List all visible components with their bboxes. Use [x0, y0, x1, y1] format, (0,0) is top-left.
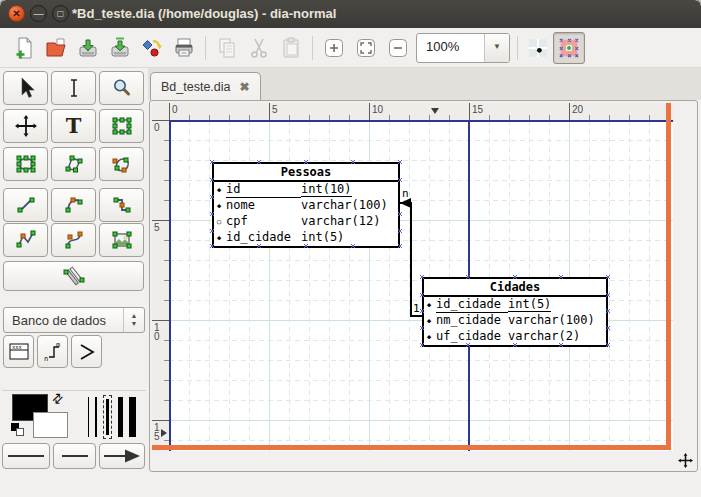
ruler-corner [152, 103, 170, 121]
zoom-dropdown-arrow-icon[interactable]: ▼ [484, 34, 509, 62]
tool-text-edit[interactable] [51, 71, 96, 105]
canvas-frame: 0 5 10 15 20 0 5 10 15 [149, 100, 698, 472]
shape-db-reference[interactable]: n m [37, 335, 68, 368]
snap-to-objects-toggle[interactable] [553, 32, 585, 64]
copy-button[interactable] [211, 32, 243, 64]
cut-button[interactable] [243, 32, 275, 64]
shape-db-compress[interactable] [71, 335, 102, 368]
sheet-selector[interactable]: Banco de dados ▲▼ [3, 307, 145, 333]
background-color-swatch[interactable] [33, 412, 68, 438]
zoom-out-button[interactable] [382, 32, 414, 64]
attribute-row[interactable]: ◆id_cidadeint(5) [214, 230, 398, 246]
save-diagram-button[interactable] [72, 32, 104, 64]
move-arrows-icon [14, 114, 38, 138]
diagram-canvas[interactable]: Pessoas ◆idint(10) ◆nomevarchar(100) ○cp… [169, 120, 673, 451]
line-width-3 [106, 399, 109, 435]
tab-label: Bd_teste.dia [161, 80, 231, 94]
open-diagram-button[interactable] [40, 32, 72, 64]
tool-polyline[interactable] [3, 223, 48, 257]
line-width-selected[interactable] [103, 395, 112, 439]
snap-to-grid-toggle[interactable] [523, 33, 553, 63]
pan-cursor-icon[interactable] [678, 453, 693, 468]
zoom-fit-icon [354, 36, 378, 60]
spinner-arrows-icon[interactable]: ▲▼ [123, 308, 144, 332]
attr-name: nome [226, 198, 301, 213]
svg-text:xxx: xxx [12, 344, 23, 350]
new-diagram-button[interactable] [8, 32, 40, 64]
line-width-1[interactable] [88, 397, 89, 437]
attribute-row[interactable]: ◆nomevarchar(100) [214, 198, 398, 214]
tool-outline[interactable] [3, 261, 144, 291]
zoom-in-button[interactable] [318, 32, 350, 64]
default-bg-square [16, 428, 24, 436]
tab-bd-teste[interactable]: Bd_teste.dia ✖ [150, 72, 261, 100]
maximize-button[interactable]: ▢ [52, 5, 69, 22]
zoom-combo[interactable]: 100% ▼ [416, 33, 510, 63]
key-bullet-icon: ◆ [427, 314, 436, 329]
swap-colors-icon[interactable]: ⇄ [48, 389, 66, 407]
zoom-value[interactable]: 100% [417, 34, 484, 62]
minimize-button[interactable]: — [30, 5, 47, 22]
table-cidades[interactable]: Cidades ◆id_cidadeint(5) ◆nm_cidadevarch… [422, 277, 608, 347]
toolbox-separator [2, 390, 146, 391]
zoom-out-icon [386, 36, 410, 60]
key-bullet-icon: ◆ [217, 199, 226, 214]
attribute-row[interactable]: ◆idint(10) [214, 182, 398, 198]
attribute-row[interactable]: ○cpfvarchar(12) [214, 214, 398, 230]
revert-objects-button[interactable] [136, 32, 168, 64]
line-style-button[interactable] [2, 443, 50, 469]
paste-button[interactable] [275, 32, 307, 64]
default-colors-icon[interactable] [11, 423, 27, 437]
table-name: Cidades [424, 279, 606, 297]
toolbar-separator [205, 36, 206, 60]
save-icon [76, 36, 100, 60]
tool-beziergon[interactable] [99, 147, 144, 181]
table-pessoas[interactable]: Pessoas ◆idint(10) ◆nomevarchar(100) ○cp… [212, 162, 400, 248]
attr-name: id [226, 182, 301, 198]
dash-style-button[interactable] [53, 443, 96, 469]
tool-line[interactable] [3, 188, 48, 222]
text-tool-glyph: T [66, 115, 82, 137]
attribute-row[interactable]: ◆uf_cidadevarchar(2) [424, 329, 606, 345]
tool-image[interactable] [99, 223, 144, 257]
tool-box[interactable] [99, 109, 144, 143]
tool-polygon[interactable] [51, 147, 96, 181]
tool-select[interactable] [3, 71, 48, 105]
image-icon [110, 228, 134, 252]
page-boundary-left [169, 120, 171, 451]
svg-text:n: n [44, 355, 48, 363]
close-button[interactable]: ✕ [8, 5, 25, 22]
snap-objects-icon [558, 37, 580, 59]
tool-zoom[interactable] [99, 71, 144, 105]
tool-ellipse[interactable] [3, 147, 48, 181]
tool-scroll[interactable] [3, 109, 48, 143]
attribute-row[interactable]: ◆id_cidadeint(5) [424, 297, 606, 313]
print-button[interactable] [168, 32, 200, 64]
attr-name: id_cidade [226, 230, 301, 245]
grid-icon [527, 37, 549, 59]
diagram-extent-right [666, 103, 671, 450]
line-width-selector[interactable] [88, 395, 136, 439]
save-as-icon [108, 36, 132, 60]
tool-zigzagline[interactable] [99, 188, 144, 222]
tab-close-icon[interactable]: ✖ [240, 80, 250, 94]
arrow-style-button[interactable] [99, 443, 145, 469]
line-width-5[interactable] [129, 397, 136, 437]
solid-line-icon [4, 446, 48, 466]
short-line-icon [56, 446, 94, 466]
toolbar-separator [312, 36, 313, 60]
tool-bezierline[interactable] [51, 223, 96, 257]
polyline-icon [14, 228, 38, 252]
attr-type: varchar(2) [508, 329, 580, 343]
objects-refresh-icon [140, 36, 164, 60]
attribute-row[interactable]: ◆nm_cidadevarchar(100) [424, 313, 606, 329]
tool-arc[interactable] [51, 188, 96, 222]
zoom-fit-button[interactable] [350, 32, 382, 64]
line-width-2[interactable] [95, 397, 97, 437]
attr-name: uf_cidade [436, 329, 508, 344]
line-width-4[interactable] [118, 397, 123, 437]
save-as-button[interactable] [104, 32, 136, 64]
tool-text[interactable]: T [51, 109, 96, 143]
arc-icon [62, 193, 86, 217]
shape-db-table[interactable]: xxx [3, 335, 34, 368]
